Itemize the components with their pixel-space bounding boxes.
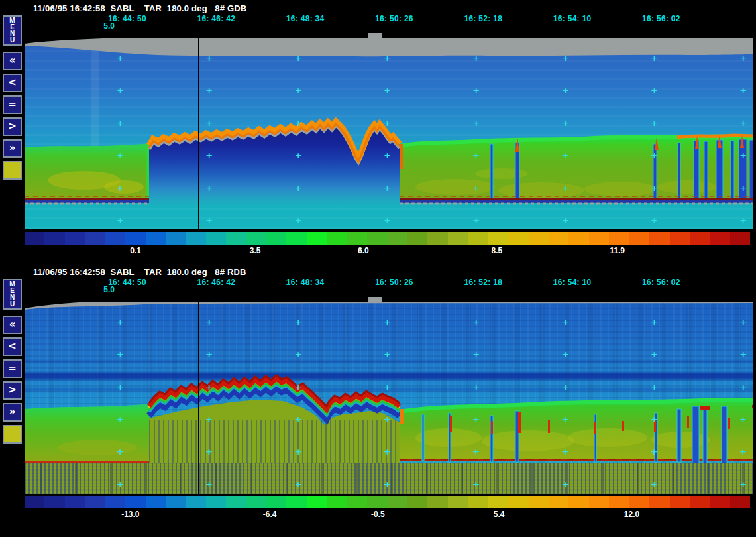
colorbar-block bbox=[549, 232, 568, 245]
fast-forward-button[interactable]: » bbox=[3, 403, 22, 422]
time-tick-label: 16: 46: 42 bbox=[197, 278, 235, 287]
colorbar-block bbox=[670, 232, 690, 245]
time-tick-label: 16: 56: 02 bbox=[642, 14, 680, 23]
step-back-button[interactable]: < bbox=[3, 74, 22, 92]
colorbar-block bbox=[226, 232, 246, 245]
color-swatch-button[interactable] bbox=[3, 161, 22, 180]
rdb-subcloud-speckle bbox=[149, 420, 400, 463]
colorbar-block bbox=[488, 232, 508, 245]
fast-rewind-button[interactable]: « bbox=[3, 316, 22, 334]
menu-letter: U bbox=[4, 37, 21, 44]
colorbar-block bbox=[589, 496, 609, 508]
colorbar-block bbox=[286, 496, 306, 508]
colorbar-block bbox=[568, 232, 588, 245]
colorbar-block bbox=[206, 496, 226, 508]
colorbar-block bbox=[448, 232, 468, 245]
colorbar-block bbox=[629, 496, 649, 508]
colorbar-block bbox=[508, 232, 528, 245]
panel-title: 11/06/95 16:42:58 SABL TAR 180.0 deg 8# … bbox=[33, 267, 246, 277]
panel-rdb: 11/06/95 16:42:58 SABL TAR 180.0 deg 8# … bbox=[0, 264, 756, 537]
fast-rewind-button[interactable]: « bbox=[3, 52, 22, 70]
colorbar-block bbox=[609, 232, 629, 245]
colorbar-tick-label: 5.4 bbox=[494, 510, 505, 520]
colorbar-block bbox=[427, 232, 447, 245]
menu-letter: U bbox=[4, 301, 21, 308]
time-tick-label: 16: 52: 18 bbox=[464, 278, 502, 287]
colorbar-block bbox=[529, 496, 549, 508]
colorbar-block bbox=[226, 496, 246, 508]
colorbar-tick-label: -0.5 bbox=[371, 510, 385, 520]
colorbar-block bbox=[710, 496, 729, 508]
color-swatch-button[interactable] bbox=[3, 425, 22, 444]
colorbar-block bbox=[448, 496, 468, 508]
time-tick-label: 16: 44: 50 bbox=[108, 278, 146, 287]
colorbar-tick-label: 6.0 bbox=[358, 246, 369, 256]
colorbar-block bbox=[427, 496, 447, 508]
step-back-button[interactable]: < bbox=[3, 337, 22, 356]
heatmap-rdb-image[interactable]: ++++++++++++++++++++++++++++++++++++++++… bbox=[25, 302, 753, 494]
panel-title: 11/06/95 16:42:58 SABL TAR 180.0 deg 8# … bbox=[33, 3, 246, 13]
colorbar-block bbox=[347, 232, 367, 245]
time-tick-label: 16: 48: 34 bbox=[286, 14, 325, 23]
colorbar-block bbox=[25, 232, 44, 245]
colorbar-block bbox=[307, 232, 327, 245]
colorbar-block bbox=[407, 496, 427, 508]
colorbar-tick-label: 11.9 bbox=[610, 246, 625, 256]
colorbar-block bbox=[307, 496, 327, 508]
colorbar-block bbox=[710, 232, 729, 245]
colorbar-block bbox=[25, 496, 44, 508]
colorbar-block bbox=[146, 496, 166, 508]
colorbar bbox=[25, 496, 750, 508]
sidebar: MENU«<=>» bbox=[0, 264, 25, 528]
colorbar-block bbox=[367, 232, 387, 245]
colorbar-block bbox=[146, 232, 166, 245]
pause-button[interactable]: = bbox=[3, 95, 22, 114]
colorbar-block bbox=[367, 496, 387, 508]
colorbar bbox=[25, 232, 750, 245]
colorbar-block bbox=[85, 496, 105, 508]
time-tick-label: 16: 54: 10 bbox=[553, 278, 592, 287]
step-forward-button[interactable]: > bbox=[3, 117, 22, 136]
colorbar-block bbox=[327, 496, 347, 508]
gray-notch bbox=[368, 33, 382, 38]
colorbar-block bbox=[730, 232, 750, 245]
colorbar-block bbox=[468, 232, 488, 245]
time-tick-label: 16: 44: 50 bbox=[108, 14, 146, 23]
heatmap-gdb-image[interactable]: ++++++++++++++++++++++++++++++++++++++++… bbox=[25, 38, 753, 229]
colorbar-block bbox=[266, 496, 286, 508]
colorbar-block bbox=[246, 496, 266, 508]
colorbar-block bbox=[407, 232, 427, 245]
time-tick-label: 16: 46: 42 bbox=[197, 14, 235, 23]
colorbar-labels: -13.0-6.4-0.55.412.0 bbox=[25, 510, 750, 520]
colorbar-block bbox=[105, 496, 125, 508]
time-tick-label: 16: 54: 10 bbox=[553, 14, 592, 23]
time-tick-label: 16: 48: 34 bbox=[286, 278, 325, 287]
colorbar-block bbox=[44, 232, 64, 245]
step-forward-button[interactable]: > bbox=[3, 381, 22, 400]
gdb-backscatter-art bbox=[25, 38, 753, 229]
time-tick-label: 16: 56: 02 bbox=[642, 278, 680, 287]
rdb-surface-noise bbox=[25, 463, 753, 494]
time-tick-label: 16: 52: 18 bbox=[464, 14, 502, 23]
colorbar-block bbox=[65, 496, 85, 508]
colorbar-block bbox=[65, 232, 85, 245]
colorbar-block bbox=[649, 232, 669, 245]
colorbar-block bbox=[266, 232, 286, 245]
pause-button[interactable]: = bbox=[3, 359, 22, 378]
menu-button[interactable]: MENU bbox=[3, 15, 22, 46]
colorbar-block bbox=[246, 232, 266, 245]
colorbar-labels: 0.13.56.08.511.9 bbox=[25, 246, 750, 257]
colorbar-block bbox=[568, 496, 588, 508]
colorbar-tick-label: 0.1 bbox=[130, 246, 141, 256]
fast-forward-button[interactable]: » bbox=[3, 139, 22, 158]
colorbar-block bbox=[529, 232, 549, 245]
colorbar-block bbox=[206, 232, 226, 245]
gray-notch bbox=[368, 297, 382, 302]
colorbar-block bbox=[488, 496, 508, 508]
time-axis: 16: 44: 5016: 46: 4216: 48: 3416: 50: 26… bbox=[0, 14, 756, 24]
colorbar-tick-label: -13.0 bbox=[121, 510, 139, 520]
time-cursor-line bbox=[198, 38, 199, 229]
menu-button[interactable]: MENU bbox=[3, 279, 22, 310]
colorbar-block bbox=[730, 496, 750, 508]
colorbar-block bbox=[670, 496, 690, 508]
